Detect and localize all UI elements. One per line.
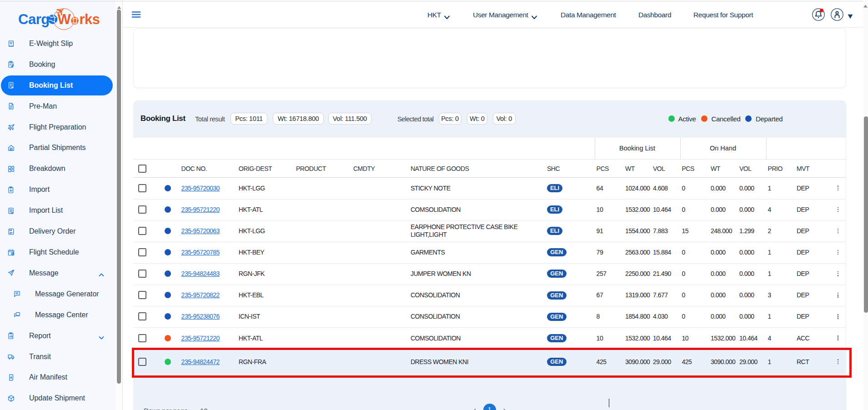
svg-text:Carg: Carg [18, 11, 50, 27]
svg-text:rks: rks [80, 11, 100, 27]
svg-text:W: W [58, 11, 71, 27]
